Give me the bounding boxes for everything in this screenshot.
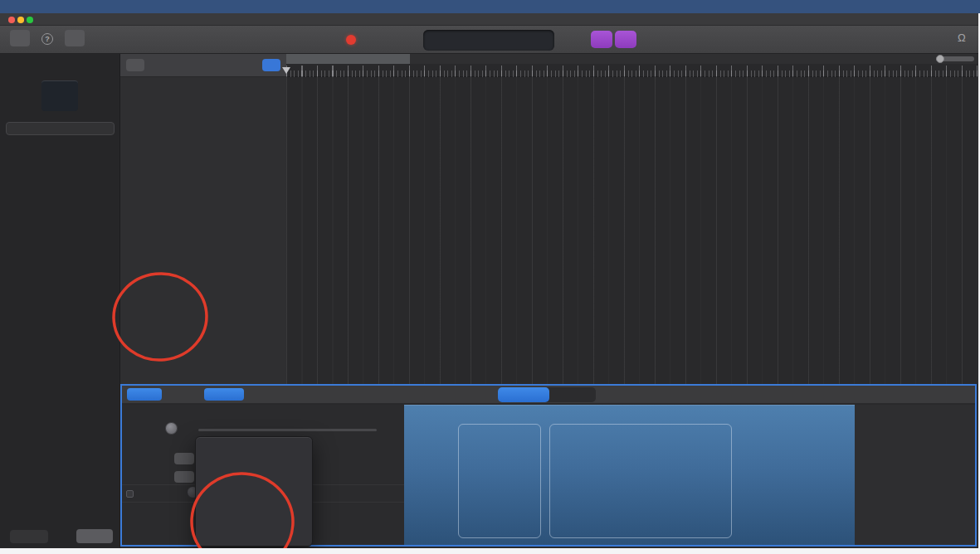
compare-button[interactable] <box>204 388 244 401</box>
library-pane <box>0 54 120 549</box>
input-format-button[interactable] <box>174 453 194 464</box>
garageband-screen: ? Ω <box>0 0 980 554</box>
track-header-toolbar <box>120 54 286 77</box>
record-level-knob[interactable] <box>165 422 178 435</box>
monitoring-button[interactable] <box>174 471 194 483</box>
tab-controls[interactable] <box>498 387 549 402</box>
timeline-area[interactable] <box>286 54 978 384</box>
input-menu <box>195 436 313 547</box>
help-button[interactable]: ? <box>41 33 53 45</box>
record-button[interactable] <box>346 35 356 45</box>
record-level-slider[interactable] <box>198 429 377 431</box>
catch-playhead-button[interactable] <box>262 59 280 71</box>
patch-waveform-icon <box>41 80 78 111</box>
smart-controls-button[interactable] <box>65 30 85 46</box>
menu-bar <box>0 0 980 13</box>
save-button[interactable] <box>76 529 113 543</box>
close-window-button[interactable] <box>8 17 15 23</box>
desktop-edge <box>0 548 980 554</box>
window-title-bar[interactable] <box>0 13 978 26</box>
compressor-section-box <box>458 424 541 538</box>
search-input[interactable] <box>27 123 113 134</box>
track-lanes[interactable] <box>286 77 978 384</box>
playhead-marker[interactable] <box>282 67 290 74</box>
inspector-right-area <box>855 405 977 547</box>
minimize-window-button[interactable] <box>17 17 24 23</box>
eq-section-box <box>549 424 732 538</box>
lcd-display[interactable] <box>423 30 554 51</box>
record-icon <box>346 35 356 45</box>
revert-button[interactable] <box>10 530 48 543</box>
ruler-subticks <box>286 70 978 77</box>
zoom-slider[interactable] <box>936 56 974 61</box>
add-track-button[interactable] <box>126 59 144 71</box>
loop-browser-icon[interactable]: Ω <box>958 32 966 44</box>
zoom-window-button[interactable] <box>27 17 33 23</box>
transport-controls <box>303 26 367 54</box>
controls-eq-tabs <box>498 387 596 402</box>
count-in-button[interactable] <box>591 31 612 48</box>
track-header-area <box>120 54 286 384</box>
zoom-slider-thumb[interactable] <box>936 55 944 63</box>
toolbar: ? Ω <box>0 26 978 54</box>
library-toggle-button[interactable] <box>10 30 30 46</box>
tab-track[interactable] <box>127 388 162 401</box>
noise-gate-checkbox[interactable] <box>126 490 134 498</box>
metronome-button[interactable] <box>615 31 636 48</box>
search-sounds-field[interactable] <box>6 122 115 135</box>
tab-eq[interactable] <box>549 387 596 402</box>
inspector-header <box>122 386 977 404</box>
